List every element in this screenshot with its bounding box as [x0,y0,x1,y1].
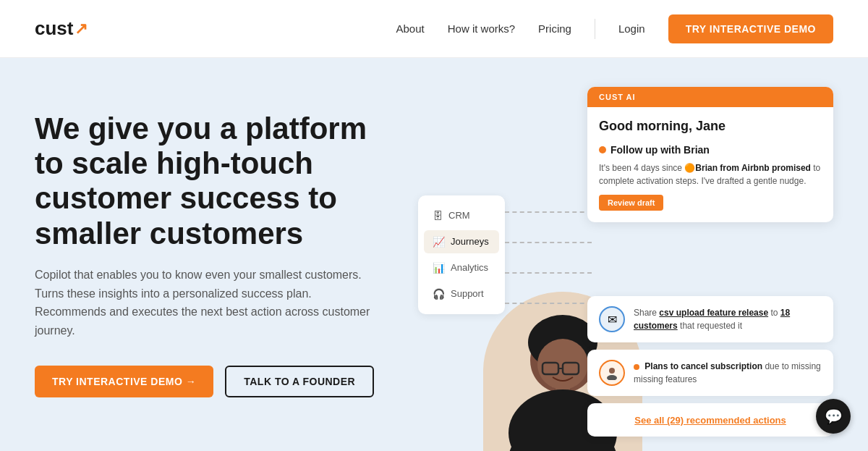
notif-text-cancel: Plans to cancel subscription due to miss… [634,360,822,386]
hero-buttons: TRY INTERACTIVE DEMO → TALK TO A FOUNDER [35,366,382,397]
journeys-icon: 📈 [433,236,445,248]
nav-about[interactable]: About [396,22,425,35]
support-icon: 🎧 [433,288,445,300]
panel-header: CUST AI [587,87,833,107]
nav-demo-button[interactable]: TRY INTERACTIVE DEMO [668,14,833,43]
sidebar-item-crm[interactable]: 🗄 CRM [424,204,499,227]
analytics-icon: 📊 [433,262,445,274]
hero-demo-button[interactable]: TRY INTERACTIVE DEMO → [35,366,213,397]
notif-post: that requested it [680,321,742,331]
svg-point-9 [609,368,615,374]
hero-left: We give you a platform to scale high-tou… [35,111,411,398]
dashed-line-crm [505,211,592,213]
review-draft-button[interactable]: Review draft [599,195,663,211]
notif-icon-email: ✉ [599,306,625,332]
hero-founder-button[interactable]: TALK TO A FOUNDER [225,366,374,397]
notification-cards: ✉ Share csv upload feature release to 18… [587,296,833,437]
action-title-text: Follow up with Brian [610,144,710,156]
sidebar-item-support[interactable]: 🎧 Support [424,282,499,305]
panel-greeting: Good morning, Jane [599,119,822,134]
sidebar-item-analytics[interactable]: 📊 Analytics [424,256,499,279]
action-desc-bold: Brian from Airbnb promised [695,163,811,173]
ai-panel: CUST AI Good morning, Jane Follow up wit… [587,87,833,222]
navbar: cust ↗ About How it works? Pricing Login… [0,0,868,58]
hero-subtitle: Copilot that enables you to know even yo… [35,266,382,340]
ui-sidebar: 🗄 CRM 📈 Journeys 📊 Analytics 🎧 Support [418,195,505,314]
cancel-bold: Plans to cancel subscription [644,361,762,371]
sidebar-label-crm: CRM [448,210,470,221]
nav-pricing[interactable]: Pricing [538,22,571,35]
brian-emoji: 🟠 [684,163,695,173]
notif-card-csv: ✉ Share csv upload feature release to 18… [587,296,833,342]
chat-button[interactable]: 💬 [816,399,851,434]
sidebar-label-analytics: Analytics [451,262,488,273]
hero-section: We give you a platform to scale high-tou… [0,58,868,451]
sidebar-label-support: Support [451,288,484,299]
sidebar-item-journeys[interactable]: 📈 Journeys [424,230,499,253]
logo-text: cust [35,17,73,40]
action-desc-pre: It's been 4 days since [599,163,684,173]
panel-action-desc: It's been 4 days since 🟠Brian from Airbn… [599,161,822,187]
notif-icon-user [599,360,625,386]
dashed-line-analytics [505,272,592,274]
svg-point-10 [607,375,617,380]
crm-icon: 🗄 [433,210,443,222]
notif-mid: to [770,308,780,318]
panel-body: Good morning, Jane Follow up with Brian … [587,107,833,222]
nav-login[interactable]: Login [618,22,645,35]
chat-icon: 💬 [825,408,843,425]
panel-action-title: Follow up with Brian [599,144,822,156]
logo-arrow: ↗ [75,20,88,38]
dashed-line-support [505,303,592,304]
action-dot [599,146,606,153]
notif-text-csv: Share csv upload feature release to 18 c… [634,306,822,332]
notif-pre: Share [634,308,659,318]
sidebar-label-journeys: Journeys [451,236,489,247]
dashed-line-journeys [505,242,592,243]
notif-feature-name: csv upload feature release [659,308,768,318]
see-all-link[interactable]: See all (29) recommended actions [634,415,786,426]
hero-title: We give you a platform to scale high-tou… [35,111,382,251]
nav-links: About How it works? Pricing Login TRY IN… [396,14,833,43]
notif-card-cancel: Plans to cancel subscription due to miss… [587,350,833,396]
see-all-card: See all (29) recommended actions [587,403,833,437]
nav-how-it-works[interactable]: How it works? [448,22,515,35]
cancel-dot [634,364,639,370]
nav-divider [595,19,595,39]
hero-right: 🗄 CRM 📈 Journeys 📊 Analytics 🎧 Support C… [411,58,833,451]
logo[interactable]: cust ↗ [35,17,88,40]
